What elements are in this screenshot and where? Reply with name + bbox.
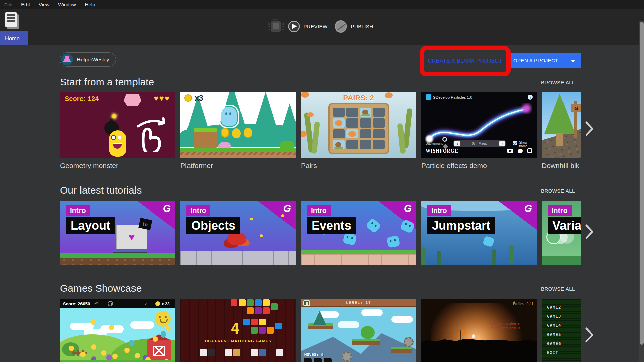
twitter-icon [518,149,523,153]
menu-help[interactable]: Help [85,2,95,7]
template-caption: Platformer [180,162,296,170]
user-profile-chip[interactable]: HelperWesley [60,52,116,67]
grass-strip [301,250,416,254]
mini-tiles [200,349,207,356]
gdevelop-logo: G [163,203,171,214]
night-game-thumbnail: Étoiles : 0 / 1 Tuer les monstres en leu… [421,299,537,362]
score-text: Score: 124 [65,95,99,103]
easter-eggs [106,354,112,361]
scrollbar-track[interactable] [639,21,644,362]
templates-track: Score: 124 ♥♥♥ Geometry monster [60,92,581,170]
showcase-card-game-menu[interactable]: GAME2 GAME3 GAME4 GAME5 GAME6 EXIT [542,299,581,362]
youtube-icon [507,149,513,153]
chick-counter-icon [155,301,160,306]
browse-all-templates[interactable]: BROWSE ALL [541,80,575,85]
menu-view[interactable]: View [39,2,49,7]
scrollbar-thumb[interactable] [640,22,644,345]
card-tile [346,108,358,117]
score-text: Score: 26050 [63,301,90,306]
preview-button[interactable]: PREVIEW [288,21,328,32]
tutorials-track: G ♥ Hi Intro Layout G [60,201,581,265]
showcase-card-platform-puzzle[interactable]: LEVEL: 17 MOVES: 6 [301,299,416,362]
tutorial-title: Variab [548,217,581,234]
fence-sprite [72,352,87,354]
project-manager-icon[interactable] [5,12,17,27]
preset-prev-button: ‹ [454,141,460,146]
template-caption: Geometry monster [60,162,175,170]
flag-sprite [461,330,465,335]
grass-strip [60,253,175,258]
tutorial-title: Events [307,217,356,234]
template-caption: Downhill bik [542,162,581,170]
tab-home[interactable]: Home [0,31,28,45]
showcase-card-night-platformer[interactable]: Étoiles : 0 / 1 Tuer les monstres en leu… [421,299,537,362]
tutorial-card-objects[interactable]: G Intro Objects [180,201,296,265]
lives-hearts: ♥♥♥ [154,94,170,103]
menu-item: EXIT [547,350,558,355]
browse-all-tutorials[interactable]: BROWSE ALL [541,188,575,194]
chicks-game-thumbnail: Score: 26050 ↶ ♪ x 23 [60,299,175,362]
dirt-strip [180,152,296,158]
menu-window[interactable]: Window [58,2,76,7]
template-card-downhill-bike[interactable]: G Downhill bik [542,92,581,170]
card-tile [373,108,385,117]
toolbar: PREVIEW PUBLISH [0,9,644,45]
chick-sprite [386,235,400,248]
showcase-card-tile-matching[interactable]: 4 DIFFERENT MATCHING GAMES [180,299,296,362]
debug-icon[interactable] [271,21,281,32]
tile-game-thumbnail: 4 DIFFERENT MATCHING GAMES [180,299,296,362]
template-card-pairs[interactable]: PAIRS: 2 [301,92,416,170]
open-project-button[interactable]: OPEN A PROJECT [506,53,581,68]
tutorial-card-events[interactable]: G Intro Events [301,201,416,265]
menu-game-thumbnail: GAME2 GAME3 GAME4 GAME5 GAME6 EXIT [542,299,581,362]
card-tile [373,118,385,127]
caret-down-icon [571,60,575,62]
chick-sprite [343,232,357,246]
downhill-thumbnail: G [542,92,581,158]
template-card-platformer[interactable]: x3 Platformer [180,92,296,170]
tree-shape [254,92,277,128]
tutorial-card-variables[interactable]: +1 Intro Variab [542,201,581,265]
templates-next-arrow[interactable] [585,121,594,136]
preset-name: 07 - Magic [472,142,488,145]
showcase-next-arrow[interactable] [585,327,594,343]
pairs-thumbnail: PAIRS: 2 [301,92,416,158]
hud-bar: Score: 26050 ↶ ♪ x 23 [60,299,175,308]
create-blank-project-button[interactable]: CREATE A BLANK PROJECT [424,54,506,68]
template-card-particle-demo[interactable]: GDevelop Particles 1.0 i Background [421,92,537,170]
menu-file[interactable]: File [4,2,12,7]
saw-blade [404,337,414,347]
tutorial-card-layout[interactable]: G ♥ Hi Intro Layout [60,201,175,265]
grass-strip [180,148,296,152]
show-frame-checkbox [513,141,517,145]
intro-badge: Intro [427,205,451,216]
template-caption: Pairs [301,162,416,170]
showcase-track: Score: 26050 ↶ ♪ x 23 4 DIFFERENT MATCHI… [60,299,581,362]
pairs-counter: PAIRS: 2 [301,94,416,102]
menu-bar: File Edit View Window Help [0,0,644,9]
menu-edit[interactable]: Edit [21,2,30,7]
player-sprite [221,107,237,126]
round-tree [361,326,375,339]
gdevelop-window: File Edit View Window Help PREVIEW PUBLI… [0,0,644,362]
card-tile-fish [346,129,358,138]
template-card-geometry-monster[interactable]: Score: 124 ♥♥♥ Geometry monster [60,92,175,170]
card-tile [333,108,345,117]
mountains [301,329,416,362]
preview-label: PREVIEW [304,24,328,29]
particle-demo-thumbnail: GDevelop Particles 1.0 i Background [421,92,537,158]
showcase-card-chicks[interactable]: Score: 26050 ↶ ♪ x 23 [60,299,175,362]
swipe-hand-arrow-icon [133,115,171,152]
dirt-strip [60,258,175,265]
publish-button[interactable]: PUBLISH [335,20,373,33]
browse-all-showcase[interactable]: BROWSE ALL [541,286,575,292]
pause-icon [108,301,113,306]
username: HelperWesley [77,57,109,63]
section-title-tutorials: Our latest tutorials [60,185,142,196]
tutorials-next-arrow[interactable] [585,224,594,239]
coin-icon [184,94,192,102]
tutorial-card-jumpstart[interactable]: G Intro Jumpstart [421,201,537,265]
undo-icon: ↶ [94,301,99,307]
preset-selector: ‹ 07 - Magic › [453,140,506,147]
pine-tree [544,94,575,134]
